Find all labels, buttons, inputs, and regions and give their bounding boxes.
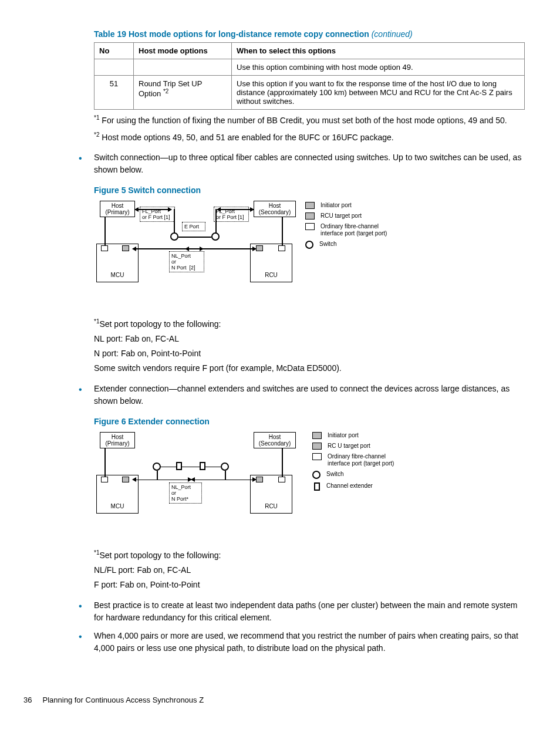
- switch-1: [170, 232, 178, 241]
- legend-label: Initiator port: [328, 432, 359, 439]
- opt-text: Round Trip Set UP Option: [139, 79, 202, 98]
- table-header-row: No Host mode options When to select this…: [95, 43, 525, 59]
- rcu-ordinary-port: [278, 477, 285, 482]
- table-row: Use this option combining with host mode…: [95, 59, 525, 76]
- bullet-list: Best practice is to create at least two …: [76, 599, 525, 654]
- cell-no: [95, 59, 134, 76]
- line: [161, 467, 176, 468]
- legend-label: Switch: [326, 471, 343, 478]
- legend-label: RC U target port: [328, 443, 370, 450]
- line: [182, 467, 200, 468]
- cell-opt: [134, 59, 232, 76]
- footnote-1: *1 For using the function of fixing the …: [94, 113, 525, 127]
- rcu-target-port-icon: [312, 443, 322, 450]
- extender-icon: [200, 462, 205, 470]
- cell-opt: Round Trip Set UP Option *2: [134, 76, 232, 110]
- channel-extender-icon: [314, 482, 320, 491]
- legend-row: Ordinary fibre-channel interface port (t…: [305, 223, 397, 237]
- caption-continued: (continued): [372, 29, 413, 39]
- legend-label: Ordinary fibre-channel interface port (t…: [328, 453, 398, 467]
- e-port-label: E Port: [182, 222, 205, 231]
- initiator-port-icon: [305, 202, 315, 209]
- fig6-note-1: *1Set port topology to the following:: [94, 548, 525, 562]
- page: Table 19 Host mode options for long-dist…: [0, 0, 560, 678]
- extender-icon: [176, 462, 182, 470]
- legend-row: Channel extender: [312, 482, 398, 491]
- switch-icon: [312, 471, 321, 479]
- legend-row: Ordinary fibre-channel interface port (t…: [312, 453, 398, 467]
- mcu-initiator-port: [122, 245, 129, 251]
- fig5-note-3: N port: Fab on, Point-to-Point: [94, 347, 525, 360]
- switch-2: [211, 232, 220, 241]
- line: [225, 471, 226, 480]
- line: [133, 480, 191, 481]
- fig5-note-2: NL port: Fab on, FC-AL: [94, 333, 525, 345]
- legend-row: Initiator port: [305, 202, 397, 209]
- figure5-block: Figure 5 Switch connection Host (Primary…: [94, 185, 525, 374]
- figure-5-caption: Figure 5 Switch connection: [94, 185, 525, 195]
- legend-row: Initiator port: [312, 432, 398, 439]
- table-row: 51 Round Trip Set UP Option *2 Use this …: [95, 76, 525, 110]
- rcu-target-port-icon: [305, 212, 315, 220]
- ordinary-port-icon: [312, 453, 322, 460]
- fn2-sup: *2: [94, 131, 99, 138]
- fig5-note-4: Some switch vendors require F port (for …: [94, 362, 525, 374]
- host-primary: Host (Primary): [100, 201, 135, 217]
- line: [104, 448, 106, 477]
- th-opt: Host mode options: [134, 43, 232, 59]
- table-19: No Host mode options When to select this…: [94, 42, 525, 110]
- fn1-text: For using the function of fixing the num…: [102, 116, 507, 125]
- switch-icon: [153, 463, 161, 471]
- host-primary: Host (Primary): [100, 432, 135, 448]
- fig6-note-2: NL/FL port: Fab on, FC-AL: [94, 564, 525, 576]
- legend-row: Switch: [305, 241, 397, 249]
- section-title: Planning for Continuous Access Synchrono…: [43, 696, 204, 704]
- line: [282, 217, 283, 245]
- legend-label: Channel extender: [326, 482, 373, 490]
- legend-label: Initiator port: [321, 202, 352, 209]
- bullet-list: Switch connection—up to three optical fi…: [76, 151, 525, 176]
- line: [217, 209, 254, 210]
- line: [185, 248, 256, 249]
- bullet-list: Extender connection—channel extenders an…: [76, 383, 525, 407]
- mcu-label: MCU: [111, 272, 124, 278]
- page-number: 36: [23, 696, 32, 704]
- initiator-port-icon: [312, 432, 322, 439]
- figure6-legend: Initiator port RC U target port Ordinary…: [312, 432, 398, 494]
- line: [215, 209, 217, 234]
- line: [178, 237, 211, 238]
- n1-text: Set port topology to the following:: [99, 551, 221, 560]
- ordinary-port-icon: [305, 223, 315, 230]
- bullet-pairs: When 4,000 pairs or more are used, we re…: [76, 630, 525, 654]
- host-secondary: Host (Secondary): [254, 201, 296, 217]
- rcu-label: RCU: [265, 503, 278, 509]
- host-secondary: Host (Secondary): [254, 432, 296, 448]
- caption-text: Table 19 Host mode options for long-dist…: [94, 29, 369, 39]
- line: [157, 471, 158, 480]
- figure-5-diagram: Host (Primary) Host (Secondary) MCU RCU …: [94, 198, 398, 291]
- content: Table 19 Host mode options for long-dist…: [94, 29, 525, 143]
- fn2-text: Host mode options 49, 50, and 51 are ena…: [102, 132, 393, 141]
- cell-no: 51: [95, 76, 134, 110]
- fig6-note-3: F port: Fab on, Point-to-Point: [94, 579, 525, 591]
- cell-when: Use this option if you want to fix the r…: [232, 76, 525, 110]
- n1-text: Set port topology to the following:: [99, 319, 221, 329]
- line: [174, 209, 175, 234]
- rcu-label: RCU: [265, 272, 278, 278]
- mcu-label: MCU: [111, 503, 124, 509]
- bullet-extender-connection: Extender connection—channel extenders an…: [76, 383, 525, 407]
- switch-icon: [305, 241, 313, 249]
- line: [135, 209, 171, 210]
- footnote-2: *2 Host mode options 49, 50, and 51 are …: [94, 130, 525, 144]
- legend-row: RCU target port: [305, 212, 397, 220]
- legend-row: Switch: [312, 471, 398, 479]
- mcu-target-port: [101, 245, 108, 251]
- fig5-note-1: *1Set port topology to the following:: [94, 317, 525, 330]
- line: [282, 448, 283, 477]
- th-when: When to select this options: [232, 43, 525, 59]
- nl-port-label: NL_Port or N Port [2]: [169, 251, 204, 272]
- figure-6-caption: Figure 6 Extender connection: [94, 417, 525, 426]
- line: [205, 467, 221, 468]
- figure5-legend: Initiator port RCU target port Ordinary …: [305, 202, 397, 252]
- rcu-target-port: [256, 477, 263, 482]
